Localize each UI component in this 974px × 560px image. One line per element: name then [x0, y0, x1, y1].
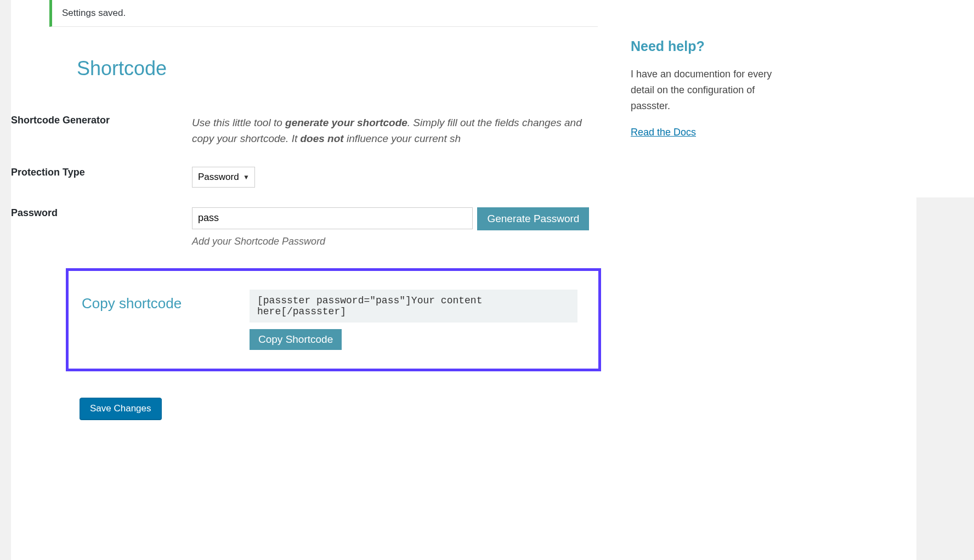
protection-type-select[interactable]: Password	[192, 167, 255, 188]
password-label: Password	[11, 207, 58, 218]
copy-shortcode-highlight: Copy shortcode [passster password="pass"…	[66, 268, 601, 371]
copy-shortcode-label: Copy shortcode	[82, 295, 182, 312]
shortcode-output[interactable]: [passster password="pass"]Your content h…	[250, 290, 577, 323]
sidebar-help-text: I have an documention for every detail o…	[631, 66, 773, 114]
generate-password-button[interactable]: Generate Password	[477, 207, 589, 230]
read-docs-link[interactable]: Read the Docs	[631, 127, 696, 138]
right-gray-panel	[916, 197, 974, 560]
password-input[interactable]	[192, 207, 473, 229]
section-heading: Shortcode	[77, 57, 598, 80]
save-changes-button[interactable]: Save Changes	[80, 398, 162, 420]
generator-description: Use this little tool to generate your sh…	[192, 115, 598, 147]
settings-saved-notice: Settings saved.	[49, 0, 598, 27]
shortcode-generator-label: Shortcode Generator	[11, 115, 110, 126]
protection-type-label: Protection Type	[11, 167, 85, 178]
sidebar-help-heading: Need help?	[631, 38, 773, 54]
password-help-text: Add your Shortcode Password	[192, 236, 598, 247]
left-gutter	[0, 0, 11, 560]
notice-text: Settings saved.	[62, 8, 126, 18]
copy-shortcode-button[interactable]: Copy Shortcode	[250, 329, 342, 350]
